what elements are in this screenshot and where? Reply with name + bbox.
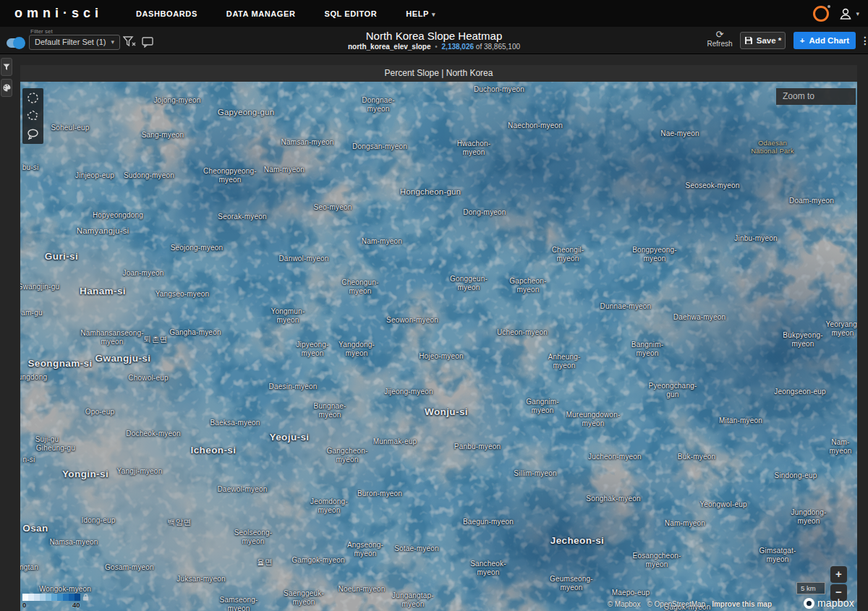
chevron-down-icon: ▾ (432, 11, 435, 18)
map-scale: 5 km (796, 582, 825, 594)
polygon-select-tool[interactable] (22, 107, 43, 125)
dashed-circle-icon (27, 92, 39, 104)
lasso-select-tool[interactable] (22, 125, 43, 143)
legend-max: 40 (72, 601, 80, 609)
map-draw-toolbar (22, 88, 43, 144)
legend-swatch (40, 594, 46, 601)
chevron-down-icon: ▾ (111, 35, 114, 49)
mapbox-attribution-link[interactable]: © Mapbox (608, 600, 641, 608)
add-chart-button[interactable]: + Add Chart (793, 32, 856, 49)
zoom-in-button[interactable]: + (830, 566, 847, 583)
legend-swatch (22, 594, 28, 601)
legend-swatch (46, 594, 51, 601)
top-nav: omni·sci DASHBOARDSDATA MANAGERSQL EDITO… (0, 0, 868, 27)
legend-swatch (57, 594, 63, 601)
nav-item-sql-editor[interactable]: SQL EDITOR (324, 9, 377, 18)
zoom-to-input[interactable]: Zoom to (776, 88, 856, 105)
palette-icon (3, 84, 11, 92)
save-button[interactable]: Save * (740, 32, 786, 49)
nav-item-data-manager[interactable]: DATA MANAGER (226, 9, 296, 18)
zoom-controls: + − (830, 566, 847, 601)
map-canvas[interactable]: Duchon-myeonJojong-myeonDongnae- myeonGa… (20, 82, 857, 611)
mapbox-logo[interactable]: mapbox (804, 597, 854, 609)
dashboard-toolbar: Filter set Default Filter Set (1) ▾ Nort… (0, 27, 868, 54)
user-icon (838, 7, 853, 21)
sidebar-theme-button[interactable] (1, 79, 12, 97)
annotation-button[interactable] (142, 36, 155, 48)
refresh-button[interactable]: ⟳ Refresh (703, 30, 736, 48)
plus-icon: + (800, 36, 805, 45)
legend-lock-button[interactable] (82, 594, 89, 601)
jupyter-icon[interactable] (813, 6, 829, 22)
dashed-polygon-icon (27, 110, 39, 122)
nav-menu: DASHBOARDSDATA MANAGERSQL EDITORHELP▾ (136, 0, 435, 27)
chevron-down-icon: ▾ (856, 10, 859, 17)
improve-map-link[interactable]: Improve this map (712, 600, 772, 608)
lock-icon (82, 594, 89, 601)
filter-set-toggle[interactable] (7, 38, 24, 48)
mapbox-icon (804, 598, 814, 609)
overflow-menu-button[interactable]: ⋮ (860, 35, 868, 46)
legend-swatch (69, 594, 75, 601)
dataset-stats: north_korea_elev_slope • 2,138,026 of 38… (217, 43, 651, 51)
map-tint-overlay (20, 82, 857, 611)
circle-select-tool[interactable] (22, 89, 43, 107)
omnisci-dashboard: omni·sci DASHBOARDSDATA MANAGERSQL EDITO… (0, 0, 868, 611)
dashboard-title: North Korea Slope Heatmap (217, 30, 651, 42)
legend-swatch (51, 594, 57, 601)
color-legend: 0 40 (22, 593, 102, 610)
row-count: 2,138,026 (442, 43, 475, 51)
legend-swatch (34, 594, 40, 601)
user-menu-button[interactable]: ▾ (838, 7, 859, 21)
sidebar-filter-button[interactable] (1, 58, 12, 76)
legend-swatches (22, 594, 80, 601)
funnel-icon (3, 64, 10, 71)
nav-item-help[interactable]: HELP▾ (406, 9, 435, 18)
row-total: of 38,865,100 (476, 43, 520, 51)
legend-swatch (28, 594, 34, 601)
omnisci-logo: omni·sci (14, 6, 103, 21)
dataset-name: north_korea_elev_slope (348, 43, 431, 51)
save-icon (744, 36, 753, 45)
filter-set-label: Filter set (30, 28, 53, 35)
legend-swatch (75, 594, 80, 601)
osm-attribution-link[interactable]: © OpenStreetMap (647, 600, 705, 608)
legend-swatch (63, 594, 69, 601)
nav-item-dashboards[interactable]: DASHBOARDS (136, 9, 197, 18)
lasso-icon (27, 128, 39, 140)
clear-filters-button[interactable] (123, 36, 136, 48)
legend-min: 0 (22, 601, 26, 609)
map-attribution: © Mapbox © OpenStreetMap Improve this ma… (608, 600, 772, 608)
chart-title: Percent Slope | North Korea (20, 65, 857, 82)
filter-x-icon (123, 36, 136, 48)
refresh-icon: ⟳ (703, 30, 736, 39)
filter-set-select[interactable]: Default Filter Set (1) ▾ (29, 35, 120, 50)
comment-icon (142, 36, 153, 48)
